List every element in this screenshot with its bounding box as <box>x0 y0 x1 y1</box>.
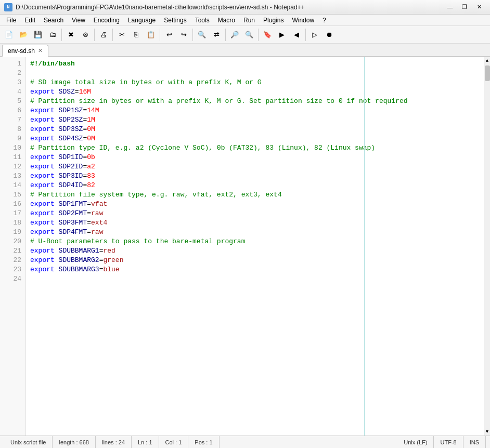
line-number: 21 <box>0 246 25 256</box>
code-line: export SDSZ=16M <box>30 87 482 97</box>
line-number: 17 <box>0 209 25 218</box>
ln-status: Ln : 1 <box>132 436 159 449</box>
toolbar-sep-5 <box>192 29 193 41</box>
next-bookmark-button[interactable]: ▶ <box>275 28 289 42</box>
zoom-out-button[interactable]: 🔍 <box>242 28 256 42</box>
print-button[interactable]: 🖨 <box>97 28 110 42</box>
line-number: 15 <box>0 190 25 200</box>
window-controls[interactable]: — ❐ ✕ <box>443 2 486 12</box>
scroll-thumb[interactable] <box>485 65 490 81</box>
menu-plugins[interactable]: Plugins <box>259 15 288 26</box>
undo-button[interactable]: ↩ <box>162 28 176 42</box>
close-button[interactable]: ✕ <box>472 2 486 12</box>
line-number: 7 <box>0 115 25 125</box>
line-number: 10 <box>0 143 25 153</box>
menu-help[interactable]: ? <box>318 15 330 26</box>
cut-button[interactable]: ✂ <box>115 28 128 42</box>
save-button[interactable]: 💾 <box>31 28 45 42</box>
line-number: 24 <box>0 274 25 284</box>
line-number: 3 <box>0 78 25 87</box>
line-number: 23 <box>0 265 25 274</box>
tab-label: env-sd.sh <box>8 47 35 55</box>
new-button[interactable]: 📄 <box>2 28 16 42</box>
menu-macro[interactable]: Macro <box>214 15 239 26</box>
line-number: 22 <box>0 256 25 265</box>
col-status: Col : 1 <box>159 436 189 449</box>
code-line: export SDP3SZ=0M <box>30 125 482 134</box>
maximize-button[interactable]: ❐ <box>458 2 471 12</box>
find-replace-button[interactable]: ⇄ <box>210 28 223 42</box>
code-line: # Partition size in bytes or with a pref… <box>30 97 482 106</box>
tab-close-button[interactable]: ✕ <box>38 48 43 54</box>
ins-status: INS <box>463 436 486 449</box>
zoom-in-button[interactable]: 🔎 <box>228 28 241 42</box>
close-button[interactable]: ✖ <box>64 28 78 42</box>
editor-container: 123456789101112131415161718192021222324 … <box>0 57 490 436</box>
code-line: export SDUBBMARG2=green <box>30 256 482 265</box>
status-bar: Unix script file length : 668 lines : 24… <box>0 436 490 448</box>
menu-search[interactable]: Search <box>40 15 68 26</box>
line-numbers: 123456789101112131415161718192021222324 <box>0 57 26 436</box>
code-area[interactable]: #!/bin/bash # SD image total size in byt… <box>26 57 484 436</box>
line-number: 13 <box>0 172 25 181</box>
redo-button[interactable]: ↪ <box>177 28 190 42</box>
menu-run[interactable]: Run <box>239 15 259 26</box>
status-right: Unix (LF) UTF-8 INS <box>397 436 486 449</box>
copy-button[interactable]: ⎘ <box>130 28 143 42</box>
run-button[interactable]: ▷ <box>308 28 321 42</box>
toolbar: 📄 📂 💾 🗂 ✖ ⊗ 🖨 ✂ ⎘ 📋 ↩ ↪ 🔍 ⇄ 🔎 🔍 🔖 ▶ ◀ ▷ … <box>0 26 490 44</box>
encoding-status: UTF-8 <box>434 436 463 449</box>
code-line: export SDP3FMT=ext4 <box>30 218 482 228</box>
line-number: 12 <box>0 162 25 172</box>
paste-button[interactable]: 📋 <box>144 28 158 42</box>
menu-language[interactable]: Language <box>124 15 160 26</box>
prev-bookmark-button[interactable]: ◀ <box>290 28 303 42</box>
toolbar-sep-7 <box>258 29 259 41</box>
save-all-button[interactable]: 🗂 <box>46 28 59 42</box>
code-line: export SDUBBMARG1=red <box>30 246 482 256</box>
menu-file[interactable]: File <box>2 15 20 26</box>
open-button[interactable]: 📂 <box>17 28 30 42</box>
line-number: 1 <box>0 59 25 69</box>
code-line: export SDP4SZ=0M <box>30 134 482 143</box>
code-line: export SDP1SZ=14M <box>30 106 482 115</box>
code-line: export SDP2FMT=raw <box>30 209 482 218</box>
line-number: 6 <box>0 106 25 115</box>
line-ending-status: Unix (LF) <box>397 436 434 449</box>
bookmark-button[interactable]: 🔖 <box>261 28 274 42</box>
menu-encoding[interactable]: Encoding <box>89 15 124 26</box>
code-line: # Partition file system type, e.g. raw, … <box>30 190 482 200</box>
file-type-status: Unix script file <box>4 436 53 449</box>
line-number: 20 <box>0 237 25 246</box>
vertical-scrollbar[interactable]: ▲ ▼ <box>484 57 490 436</box>
menu-view[interactable]: View <box>68 15 89 26</box>
line-number: 2 <box>0 69 25 78</box>
menu-settings[interactable]: Settings <box>160 15 190 26</box>
menu-edit[interactable]: Edit <box>20 15 40 26</box>
pos-status: Pos : 1 <box>188 436 219 449</box>
minimize-button[interactable]: — <box>443 2 457 12</box>
line-number: 14 <box>0 181 25 190</box>
line-number: 11 <box>0 153 25 162</box>
code-line <box>30 69 482 78</box>
menu-tools[interactable]: Tools <box>191 15 214 26</box>
close-all-button[interactable]: ⊗ <box>79 28 92 42</box>
scroll-track[interactable] <box>484 64 491 428</box>
code-line: # SD image total size in bytes or with a… <box>30 78 482 87</box>
line-number: 9 <box>0 134 25 143</box>
menu-bar: File Edit Search View Encoding Language … <box>0 15 490 26</box>
record-button[interactable]: ⏺ <box>323 28 336 42</box>
code-line: export SDP4ID=82 <box>30 181 482 190</box>
line-number: 19 <box>0 228 25 237</box>
find-button[interactable]: 🔍 <box>195 28 209 42</box>
scroll-up-button[interactable]: ▲ <box>484 57 491 64</box>
line-number: 16 <box>0 200 25 209</box>
lines-status: lines : 24 <box>96 436 132 449</box>
menu-window[interactable]: Window <box>288 15 318 26</box>
code-line <box>30 274 482 284</box>
active-tab[interactable]: env-sd.sh ✕ <box>2 45 48 57</box>
toolbar-sep-3 <box>112 29 113 41</box>
scroll-down-button[interactable]: ▼ <box>484 428 491 436</box>
code-line: export SDP2ID=a2 <box>30 162 482 172</box>
line-number: 5 <box>0 97 25 106</box>
